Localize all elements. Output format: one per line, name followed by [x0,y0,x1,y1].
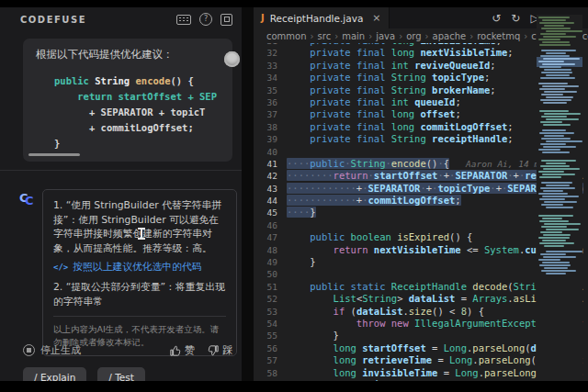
breadcrumb-item[interactable]: apache [433,31,467,41]
tab-close-icon[interactable]: × [372,12,380,24]
minimap-code-bar [544,135,564,137]
minimap-code-bar [543,168,580,170]
minimap-code-bar [542,41,570,43]
breadcrumb-item[interactable]: common [266,31,307,41]
minimap-code-bar [546,52,566,54]
ai-suggestion-2: 2. “提取公共部分到变量”：将重复出现的字符串常 [53,280,226,308]
minimap-code-bar [540,165,570,167]
code-block-hscrollbar[interactable] [28,153,80,156]
tab-receipthandle-java[interactable]: J ReceiptHandle.java × [254,7,390,28]
minimap-code-bar [538,17,570,18]
stop-icon [23,344,35,356]
line-number: 48 [254,244,287,256]
line-number: 59 [254,379,287,381]
minimap-code-bar [538,39,560,40]
line-number: 35 [254,84,287,96]
minimap-code-bar [540,187,575,189]
minimap-code-bar [546,207,573,208]
minimap-code-bar [539,132,574,134]
minimap-code-bar [542,19,566,21]
quick-action-explain[interactable]: / Explain [23,367,86,381]
code-icon: </> [53,263,68,272]
ai-suggestion-1: 1. “使用 StringBuilder 代替字符串拼接”：使用 StringB… [53,198,226,255]
minimap-code-bar [542,63,575,65]
code-line-text: private final String receiptHandle; [287,133,514,145]
minimap[interactable] [537,15,582,381]
minimap-code-bar [542,196,579,197]
chat-code-block: public String encode() { return startOff… [54,73,217,151]
line-number: 43 [254,183,287,195]
minimap-code-bar [543,102,567,104]
minimap-code-bar [546,229,579,230]
line-number: 51 [254,281,287,293]
minimap-code-bar [539,88,565,90]
line-number: 40 [254,146,287,158]
app-window: CODEFUSE ? 根据以下代码提供优化建议： public String e… [0,7,588,381]
like-button[interactable]: 赞 [170,343,195,357]
minimap-code-bar [544,223,581,225]
dislike-button[interactable]: 踩 [208,343,232,357]
minimap-code-bar [546,273,566,274]
breadcrumb-item[interactable]: java [376,31,395,41]
open-in-editor-icon[interactable] [220,14,232,26]
minimap-code-bar [541,28,571,29]
minimap-code-bar [544,201,577,203]
breadcrumb-separator: › [311,31,314,41]
minimap-code-bar [544,25,564,27]
line-number: 42 [254,170,287,182]
user-prompt-text: 根据以下代码提供优化建议： [36,48,220,62]
minimap-code-bar [539,66,561,68]
keyboard-icon[interactable] [176,15,191,25]
minimap-code-bar [539,110,569,112]
line-number: 55 [254,330,287,342]
stop-generating-button[interactable]: 停止生成 [23,343,81,357]
minimap-code-bar [544,267,568,269]
line-number: 39 [254,133,287,145]
navigate-forward-icon[interactable]: ↻ [511,13,520,24]
minimap-code-bar [538,149,560,151]
line-number: 52 [254,293,287,305]
minimap-code-bar [538,215,573,217]
line-number: 44 [254,195,287,207]
chat-code-line: + SEPARATOR + topicT [54,105,217,120]
stop-generating-label: 停止生成 [40,343,81,357]
minimap-code-bar [539,264,571,266]
breadcrumb-item[interactable]: consume [582,31,588,41]
breadcrumb-item[interactable]: main [342,31,365,41]
line-number: 50 [254,268,287,280]
editor-panel: J ReceiptHandle.java × ↺↻▷◫⋯ common›src›… [254,7,588,381]
help-icon[interactable]: ? [199,13,212,26]
user-message-bubble: 根据以下代码提供优化建议： public String encode() { r… [23,39,232,162]
minimap-code-bar [541,116,567,118]
line-number: 37 [254,108,287,120]
chat-code-line: public String encode() { [54,73,217,89]
thumbs-down-icon [208,345,219,356]
minimap-code-bar [546,118,579,120]
apply-suggestion-link[interactable]: </> 按照以上建议优化选中的代码 [53,261,226,274]
line-number: 41 [254,158,287,170]
message-divider [0,170,242,171]
code-line-text: private final String topicType; [287,72,490,84]
line-number: 36 [254,96,287,108]
quick-action-test[interactable]: / Test [97,367,145,381]
navigate-back-icon[interactable]: ↺ [492,13,501,24]
minimap-code-bar [540,33,566,35]
minimap-code-bar [543,36,576,38]
breadcrumb-item[interactable]: src [318,31,332,41]
breadcrumb-item[interactable]: org [406,31,421,41]
minimap-code-bar [539,198,565,200]
tab-filename: ReceiptHandle.java [270,13,364,24]
minimap-code-bar [541,72,572,73]
minimap-code-bar [544,91,577,93]
code-line-text: public boolean isExpired() { [287,231,472,243]
minimap-code-bar [543,146,576,148]
panel-title: CODEFUSE [20,15,86,25]
breadcrumb-item[interactable]: rocketmq [477,31,520,41]
minimap-code-bar [546,162,566,164]
code-line-text: } [287,256,316,268]
code-line-text: ············+·commitLogOffset; [287,195,461,207]
response-footer: 停止生成 赞 踩 [0,343,242,360]
minimap-code-bar [539,242,574,244]
minimap-code-bar [542,85,579,87]
code-line-text: } [287,330,339,342]
